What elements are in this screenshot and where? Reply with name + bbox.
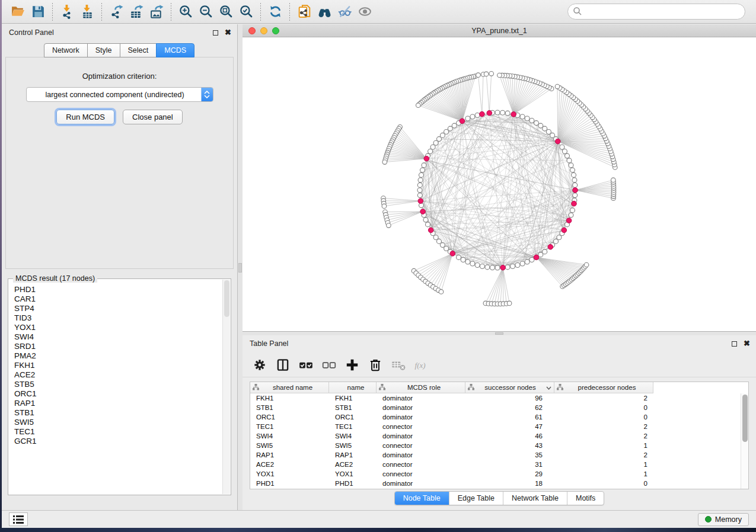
- network-window-titlebar: YPA_prune.txt_1: [243, 24, 756, 37]
- export-table-icon[interactable]: [126, 2, 146, 21]
- network-view-window: YPA_prune.txt_1: [243, 24, 756, 332]
- mcds-result-item[interactable]: ORC1: [14, 389, 217, 399]
- select-all-columns-icon[interactable]: [296, 355, 316, 375]
- column-header-MCDS-role[interactable]: MCDS role: [377, 382, 465, 393]
- zoom-fit-icon[interactable]: [216, 2, 236, 21]
- refresh-icon[interactable]: [265, 2, 285, 21]
- zoom-in-icon[interactable]: [176, 2, 196, 21]
- deselect-all-columns-icon[interactable]: [319, 355, 339, 375]
- main-toolbar: [2, 0, 756, 24]
- table-row[interactable]: SWI4SWI4dominator462: [250, 431, 748, 441]
- mcds-result-item[interactable]: YOX1: [14, 323, 217, 332]
- cell: 1: [554, 441, 653, 450]
- criterion-value: largest connected component (undirected): [27, 91, 201, 99]
- table-toolbar: f(x): [243, 352, 756, 377]
- tab-motifs[interactable]: Motifs: [567, 492, 604, 505]
- float-table-panel-icon[interactable]: [732, 341, 737, 347]
- cell: connector: [377, 469, 465, 479]
- save-icon[interactable]: [28, 2, 48, 21]
- cell: TEC1: [329, 422, 377, 431]
- mcds-result-item[interactable]: PMA2: [14, 351, 217, 361]
- mcds-result-item[interactable]: TEC1: [14, 427, 217, 437]
- search-input[interactable]: [567, 4, 745, 20]
- run-mcds-button[interactable]: Run MCDS: [56, 110, 114, 124]
- mcds-result-item[interactable]: STB5: [14, 380, 217, 389]
- task-history-button[interactable]: [9, 512, 28, 526]
- tab-network-table[interactable]: Network Table: [503, 492, 567, 505]
- table-row[interactable]: PHD1PHD1dominator180: [250, 479, 748, 488]
- column-header-successor-nodes[interactable]: successor nodes: [465, 382, 554, 393]
- mcds-result-item[interactable]: FKH1: [14, 361, 217, 370]
- cell: STB1: [329, 403, 377, 412]
- close-table-panel-icon[interactable]: ✖: [744, 341, 750, 347]
- mcds-result-item[interactable]: SWI5: [14, 418, 217, 427]
- float-panel-icon[interactable]: [213, 30, 218, 36]
- close-panel-button[interactable]: Close panel: [123, 110, 183, 124]
- binoculars-icon[interactable]: [314, 2, 334, 21]
- column-header-name[interactable]: name: [329, 382, 377, 393]
- tab-edge-table[interactable]: Edge Table: [449, 492, 503, 505]
- table-row[interactable]: TEC1TEC1connector472: [250, 422, 748, 431]
- mcds-result-item[interactable]: PHD1: [14, 285, 217, 294]
- list-icon: [13, 515, 24, 524]
- table-row[interactable]: FKH1FKH1dominator962: [250, 393, 748, 403]
- tab-style[interactable]: Style: [87, 43, 120, 57]
- open-folder-icon[interactable]: [8, 2, 28, 21]
- mcds-list-scrollbar[interactable]: [222, 280, 230, 494]
- table-row[interactable]: ORC1ORC1dominator610: [250, 412, 748, 422]
- zoom-out-icon[interactable]: [196, 2, 216, 21]
- mcds-result-item[interactable]: GCR1: [14, 437, 217, 446]
- tab-network[interactable]: Network: [44, 43, 88, 57]
- table-row[interactable]: SWI5SWI5connector431: [250, 441, 748, 450]
- table-row[interactable]: YOX1YOX1connector291: [250, 469, 748, 479]
- add-column-icon[interactable]: [342, 355, 362, 375]
- vertical-splitter[interactable]: [238, 24, 243, 510]
- mcds-result-item[interactable]: CAR1: [14, 294, 217, 304]
- cell: 35: [465, 450, 554, 460]
- shared-column-icon: [379, 384, 385, 392]
- tab-select[interactable]: Select: [120, 43, 157, 57]
- search-icon: [573, 7, 582, 18]
- show-columns-icon[interactable]: [273, 355, 293, 375]
- export-image-icon[interactable]: [146, 2, 167, 21]
- cell: ORC1: [250, 412, 329, 422]
- column-header-predecessor-nodes[interactable]: predecessor nodes: [554, 382, 653, 393]
- criterion-dropdown[interactable]: largest connected component (undirected): [26, 87, 213, 102]
- table-row[interactable]: RAP1RAP1dominator352: [250, 450, 748, 460]
- network-graph[interactable]: [243, 37, 756, 331]
- column-header-shared-name[interactable]: shared name: [250, 382, 329, 393]
- cell: connector: [377, 460, 465, 469]
- mcds-result-item[interactable]: STP4: [14, 304, 217, 313]
- table-row[interactable]: ACE2ACE2connector311: [250, 460, 748, 469]
- table-options-gear-icon[interactable]: [250, 355, 270, 375]
- show-eye-icon[interactable]: [355, 2, 375, 21]
- hide-glasses-icon[interactable]: [334, 2, 355, 21]
- mcds-result-item[interactable]: STB1: [14, 408, 217, 418]
- memory-button[interactable]: Memory: [698, 513, 749, 526]
- mcds-result-item[interactable]: RAP1: [14, 399, 217, 408]
- mcds-result-item[interactable]: SRD1: [14, 342, 217, 351]
- table-row[interactable]: STB1STB1dominator620: [250, 403, 748, 412]
- cell: dominator: [377, 393, 465, 403]
- toolbar-separator: [289, 3, 290, 21]
- table-panel: Table Panel ✖ f(x) shared namenameMCDS r…: [243, 335, 756, 510]
- cell: 0: [554, 403, 653, 412]
- mcds-result-item[interactable]: ACE2: [14, 370, 217, 380]
- cell: 29: [465, 469, 554, 479]
- export-network-icon[interactable]: [106, 2, 126, 21]
- share-document-icon[interactable]: [294, 2, 314, 21]
- delete-columns-icon[interactable]: [365, 355, 385, 375]
- cell: FKH1: [250, 393, 329, 403]
- close-panel-icon[interactable]: ✖: [225, 30, 231, 36]
- import-table-icon[interactable]: [77, 2, 97, 21]
- table-scrollbar[interactable]: [741, 393, 748, 489]
- mcds-result-item[interactable]: TID3: [14, 313, 217, 323]
- cell: dominator: [377, 479, 465, 488]
- cell: 47: [465, 422, 554, 431]
- tab-mcds[interactable]: MCDS: [156, 43, 194, 57]
- zoom-selected-icon[interactable]: [236, 2, 256, 21]
- tab-node-table[interactable]: Node Table: [395, 492, 449, 505]
- cell: 1: [554, 469, 653, 479]
- mcds-result-item[interactable]: SWI4: [14, 332, 217, 342]
- import-network-icon[interactable]: [57, 2, 77, 21]
